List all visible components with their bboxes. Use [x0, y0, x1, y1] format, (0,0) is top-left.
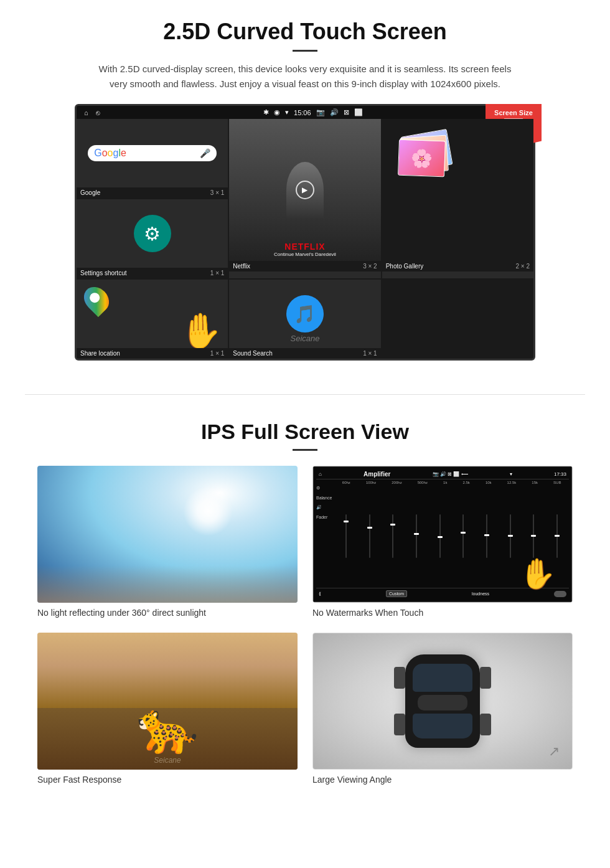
amplifier-caption: No Watermarks When Touch [312, 608, 573, 618]
sunlight-ground [37, 565, 298, 603]
amp-balance-label: Balance [316, 496, 332, 500]
amp-title: Amplifier [364, 471, 390, 478]
netflix-overlay: NETFLIX Continue Marvel's Daredevil [229, 238, 380, 261]
location-icon: ◉ [274, 108, 280, 116]
amp-prev-icon[interactable]: ⟪ [319, 592, 321, 597]
amp-loudness-toggle[interactable] [554, 591, 566, 597]
home-icon[interactable]: ⌂ [84, 109, 88, 116]
gallery-app-name: Photo Gallery [386, 263, 424, 270]
maps-icon-container [83, 286, 110, 313]
share-thumb: 🤚 [77, 280, 228, 348]
gallery-label-row: Photo Gallery 2 × 2 [382, 261, 533, 271]
music-note-icon: 🎵 [294, 304, 316, 324]
section1-title: 2.5D Curved Touch Screen [37, 19, 573, 45]
cheetah-bg: 🐆 Seicane [37, 633, 298, 770]
gallery-thumb: 🌸 [382, 119, 533, 261]
google-thumb: Google 🎤 [77, 119, 228, 187]
usb-icon: ⎋ [96, 109, 100, 116]
sound-label-row: Sound Search 1 × 1 [229, 348, 380, 359]
sound-thumb: 🎵 [229, 280, 380, 348]
amp-freq-row: 60hz 100hz 200hz 500hz 1k 2.5k 10k 12.5k… [334, 481, 569, 484]
car-wheel-fl [394, 667, 405, 689]
amp-slider-5[interactable] [439, 486, 441, 587]
bluetooth-icon: ✱ [263, 108, 269, 116]
settings-app-cell[interactable]: ⚙ Settings shortcut 1 × 1 [77, 199, 228, 278]
car-bg: ↗ [313, 633, 572, 769]
section2-title: IPS Full Screen View [37, 420, 573, 444]
car-caption: Large Viewing Angle [312, 775, 573, 785]
netflix-label-row: Netflix 3 × 2 [229, 261, 380, 271]
close-icon[interactable]: ⊠ [344, 108, 349, 116]
amp-wifi: ▾ [510, 471, 512, 477]
google-app-name: Google [80, 189, 100, 196]
sound-app-name: Sound Search [233, 350, 272, 357]
touching-hand-icon: ✋ [519, 557, 556, 592]
amp-slider-3[interactable] [392, 486, 393, 587]
car-windshield-front [413, 664, 472, 692]
google-app-cell[interactable]: Google 🎤 Google 3 × 1 [77, 119, 228, 198]
google-search-bar[interactable]: Google 🎤 [88, 145, 217, 161]
netflix-app-cell[interactable]: ▶ NETFLIX Continue Marvel's Daredevil Ne… [229, 119, 380, 278]
netflix-subtitle: Continue Marvel's Daredevil [234, 252, 375, 257]
amp-custom-button[interactable]: Custom [386, 590, 407, 597]
car-roof-highlight [418, 695, 467, 710]
gallery-app-size: 2 × 2 [515, 263, 530, 270]
settings-icon-wrap: ⚙ [134, 215, 171, 252]
ips-card-car: ↗ Large Viewing Angle [312, 633, 573, 785]
amp-slider-2[interactable] [369, 486, 370, 587]
amp-slider-1[interactable] [345, 486, 347, 587]
car-wheel-fr [480, 667, 491, 689]
google-mic-icon[interactable]: 🎤 [200, 148, 210, 158]
seicane-watermark: Seicane [154, 756, 181, 765]
amp-slider-4[interactable] [416, 486, 417, 587]
car-top-view-container [399, 642, 486, 760]
amp-loudness-label: loudness [472, 592, 489, 596]
ips-cards-grid: No light reflecting under 360° direct su… [37, 466, 573, 785]
amp-topbar: ⌂ Amplifier 📷 🔊 ⊠ ⬜ ⟵ ▾ 17:33 [316, 469, 569, 479]
gear-icon: ⚙ [144, 223, 161, 245]
cheetah-image: 🐆 Seicane [37, 633, 298, 770]
amp-slider-6[interactable] [462, 486, 464, 587]
settings-app-name: Settings shortcut [80, 270, 126, 276]
windows-icon[interactable]: ⬜ [354, 108, 363, 116]
settings-app-size: 1 × 1 [210, 270, 225, 276]
status-center: ✱ ◉ ▾ 15:06 📷 🔊 ⊠ ⬜ [263, 108, 363, 116]
settings-label-row: Settings shortcut 1 × 1 [77, 268, 228, 278]
maps-pin [79, 282, 115, 318]
angle-indicator: ↗ [548, 743, 560, 760]
status-time: 15:06 [294, 109, 311, 116]
status-left: ⌂ ⎋ [84, 109, 100, 116]
google-app-size: 3 × 1 [210, 189, 225, 196]
gallery-card-3: 🌸 [398, 139, 446, 177]
amp-slider-7[interactable] [486, 486, 487, 587]
amp-fader-label: Fader [316, 515, 332, 519]
sunlight-flare [183, 486, 233, 536]
share-app-size: 1 × 1 [210, 350, 225, 357]
play-button[interactable]: ▶ [296, 181, 314, 199]
sound-icon-wrap: 🎵 [286, 295, 324, 333]
ips-card-amplifier: ⌂ Amplifier 📷 🔊 ⊠ ⬜ ⟵ ▾ 17:33 ⚙ Balance … [312, 466, 573, 618]
section-ips-screen: IPS Full Screen View No light reflecting… [0, 413, 610, 803]
maps-pin-inner [90, 293, 100, 303]
amp-content: ⚙ Balance 🔊 Fader 60hz 100hz 200hz 500hz [316, 481, 569, 587]
amplifier-image: ⌂ Amplifier 📷 🔊 ⊠ ⬜ ⟵ ▾ 17:33 ⚙ Balance … [312, 466, 573, 603]
amp-volume-icon: 🔊 [316, 505, 332, 510]
sound-search-cell[interactable]: 🎵 Sound Search 1 × 1 [229, 280, 380, 359]
gallery-stack: 🌸 [385, 121, 458, 190]
amp-time: 17:33 [554, 471, 566, 477]
sunlight-image [37, 466, 298, 603]
share-app-name: Share location [80, 350, 120, 357]
car-wheel-rl [394, 714, 405, 735]
device-wrapper: Screen Size 9" ⌂ ⎋ ✱ ◉ ▾ 15:06 📷 🔊 [75, 104, 535, 361]
amp-slider-10[interactable] [556, 486, 558, 587]
share-location-cell[interactable]: 🤚 Share location 1 × 1 [77, 280, 228, 359]
amp-slider-8[interactable] [510, 486, 511, 587]
ips-card-cheetah: 🐆 Seicane Super Fast Response [37, 633, 298, 785]
netflix-app-name: Netflix [233, 263, 250, 270]
gallery-app-cell[interactable]: 🌸 Photo Gallery 2 × 2 [382, 119, 533, 278]
wifi-icon: ▾ [285, 108, 289, 116]
amp-home-icon: ⌂ [319, 471, 322, 477]
amp-screen: ⌂ Amplifier 📷 🔊 ⊠ ⬜ ⟵ ▾ 17:33 ⚙ Balance … [313, 466, 572, 602]
sound-app-size: 1 × 1 [363, 350, 377, 357]
volume-icon: 🔊 [330, 108, 339, 116]
